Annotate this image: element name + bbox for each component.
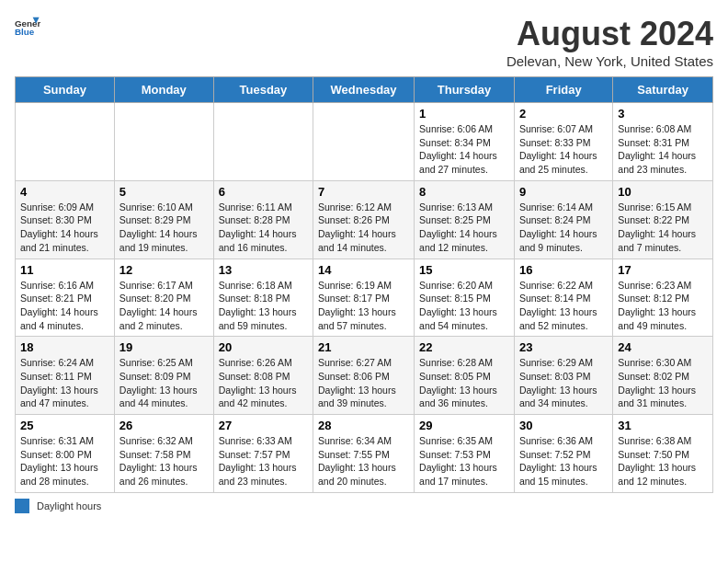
- calendar-cell: 16Sunrise: 6:22 AM Sunset: 8:14 PM Dayli…: [514, 259, 612, 337]
- day-number: 27: [219, 419, 308, 432]
- footer: Daylight hours: [15, 499, 713, 513]
- calendar-cell: 11Sunrise: 6:16 AM Sunset: 8:21 PM Dayli…: [16, 259, 115, 337]
- calendar-cell: 10Sunrise: 6:15 AM Sunset: 8:22 PM Dayli…: [613, 180, 713, 259]
- day-number: 12: [119, 263, 209, 277]
- day-number: 21: [318, 340, 409, 354]
- day-info: Sunrise: 6:19 AM Sunset: 8:17 PM Dayligh…: [318, 279, 409, 333]
- day-number: 4: [20, 185, 109, 199]
- header: General Blue August 2024 Delevan, New Yo…: [15, 15, 713, 69]
- day-info: Sunrise: 6:09 AM Sunset: 8:30 PM Dayligh…: [20, 201, 109, 255]
- calendar-cell: [213, 103, 313, 181]
- day-info: Sunrise: 6:31 AM Sunset: 8:00 PM Dayligh…: [20, 434, 109, 488]
- calendar-cell: 30Sunrise: 6:36 AM Sunset: 7:52 PM Dayli…: [514, 415, 612, 493]
- day-info: Sunrise: 6:35 AM Sunset: 7:53 PM Dayligh…: [419, 434, 509, 488]
- logo: General Blue: [15, 15, 40, 40]
- day-info: Sunrise: 6:32 AM Sunset: 7:58 PM Dayligh…: [119, 434, 209, 488]
- week-row-1: 1Sunrise: 6:06 AM Sunset: 8:34 PM Daylig…: [16, 103, 713, 181]
- calendar-cell: 7Sunrise: 6:12 AM Sunset: 8:26 PM Daylig…: [313, 180, 415, 259]
- day-number: 9: [519, 185, 608, 199]
- day-number: 14: [318, 263, 409, 277]
- day-info: Sunrise: 6:17 AM Sunset: 8:20 PM Dayligh…: [119, 279, 209, 333]
- day-info: Sunrise: 6:25 AM Sunset: 8:09 PM Dayligh…: [119, 356, 209, 410]
- day-info: Sunrise: 6:29 AM Sunset: 8:03 PM Dayligh…: [519, 356, 608, 410]
- calendar-cell: 3Sunrise: 6:08 AM Sunset: 8:31 PM Daylig…: [613, 103, 713, 181]
- day-info: Sunrise: 6:11 AM Sunset: 8:28 PM Dayligh…: [219, 201, 308, 255]
- calendar-cell: 20Sunrise: 6:26 AM Sunset: 8:08 PM Dayli…: [213, 337, 313, 415]
- calendar-cell: 9Sunrise: 6:14 AM Sunset: 8:24 PM Daylig…: [514, 180, 612, 259]
- day-info: Sunrise: 6:23 AM Sunset: 8:12 PM Dayligh…: [618, 279, 708, 333]
- weekday-monday: Monday: [114, 77, 213, 103]
- day-number: 17: [618, 263, 708, 277]
- calendar-cell: 14Sunrise: 6:19 AM Sunset: 8:17 PM Dayli…: [313, 259, 415, 337]
- day-number: 11: [20, 263, 109, 277]
- calendar-cell: 12Sunrise: 6:17 AM Sunset: 8:20 PM Dayli…: [114, 259, 213, 337]
- day-number: 1: [419, 107, 509, 121]
- day-info: Sunrise: 6:22 AM Sunset: 8:14 PM Dayligh…: [519, 279, 608, 333]
- day-number: 5: [119, 185, 209, 199]
- week-row-4: 18Sunrise: 6:24 AM Sunset: 8:11 PM Dayli…: [16, 337, 713, 415]
- footer-label: Daylight hours: [37, 500, 101, 511]
- week-row-5: 25Sunrise: 6:31 AM Sunset: 8:00 PM Dayli…: [16, 415, 713, 493]
- day-info: Sunrise: 6:13 AM Sunset: 8:25 PM Dayligh…: [419, 201, 509, 255]
- title-section: August 2024 Delevan, New York, United St…: [506, 15, 713, 69]
- calendar-cell: 26Sunrise: 6:32 AM Sunset: 7:58 PM Dayli…: [114, 415, 213, 493]
- calendar-cell: 18Sunrise: 6:24 AM Sunset: 8:11 PM Dayli…: [16, 337, 115, 415]
- day-info: Sunrise: 6:16 AM Sunset: 8:21 PM Dayligh…: [20, 279, 109, 333]
- day-info: Sunrise: 6:10 AM Sunset: 8:29 PM Dayligh…: [119, 201, 209, 255]
- calendar-cell: 2Sunrise: 6:07 AM Sunset: 8:33 PM Daylig…: [514, 103, 612, 181]
- calendar-cell: 13Sunrise: 6:18 AM Sunset: 8:18 PM Dayli…: [213, 259, 313, 337]
- calendar-cell: [16, 103, 115, 181]
- day-info: Sunrise: 6:26 AM Sunset: 8:08 PM Dayligh…: [219, 356, 308, 410]
- day-info: Sunrise: 6:28 AM Sunset: 8:05 PM Dayligh…: [419, 356, 509, 410]
- day-number: 25: [20, 419, 109, 432]
- calendar-cell: 6Sunrise: 6:11 AM Sunset: 8:28 PM Daylig…: [213, 180, 313, 259]
- weekday-header-row: SundayMondayTuesdayWednesdayThursdayFrid…: [16, 77, 713, 103]
- day-info: Sunrise: 6:30 AM Sunset: 8:02 PM Dayligh…: [618, 356, 708, 410]
- week-row-2: 4Sunrise: 6:09 AM Sunset: 8:30 PM Daylig…: [16, 180, 713, 259]
- footer-box: [15, 499, 29, 513]
- day-info: Sunrise: 6:36 AM Sunset: 7:52 PM Dayligh…: [519, 434, 608, 488]
- day-info: Sunrise: 6:33 AM Sunset: 7:57 PM Dayligh…: [219, 434, 308, 488]
- day-number: 2: [519, 107, 608, 121]
- weekday-saturday: Saturday: [613, 77, 713, 103]
- day-info: Sunrise: 6:38 AM Sunset: 7:50 PM Dayligh…: [618, 434, 708, 488]
- day-number: 10: [618, 185, 708, 199]
- main-title: August 2024: [506, 15, 713, 53]
- calendar-cell: 31Sunrise: 6:38 AM Sunset: 7:50 PM Dayli…: [613, 415, 713, 493]
- calendar-cell: 22Sunrise: 6:28 AM Sunset: 8:05 PM Dayli…: [415, 337, 515, 415]
- weekday-thursday: Thursday: [415, 77, 515, 103]
- weekday-friday: Friday: [514, 77, 612, 103]
- logo-icon: General Blue: [15, 15, 40, 40]
- day-info: Sunrise: 6:18 AM Sunset: 8:18 PM Dayligh…: [219, 279, 308, 333]
- calendar-cell: 19Sunrise: 6:25 AM Sunset: 8:09 PM Dayli…: [114, 337, 213, 415]
- day-number: 18: [20, 340, 109, 354]
- calendar-cell: 5Sunrise: 6:10 AM Sunset: 8:29 PM Daylig…: [114, 180, 213, 259]
- day-number: 24: [618, 340, 708, 354]
- day-number: 28: [318, 419, 409, 432]
- svg-text:Blue: Blue: [15, 27, 35, 37]
- weekday-tuesday: Tuesday: [213, 77, 313, 103]
- calendar-cell: 25Sunrise: 6:31 AM Sunset: 8:00 PM Dayli…: [16, 415, 115, 493]
- calendar-cell: 15Sunrise: 6:20 AM Sunset: 8:15 PM Dayli…: [415, 259, 515, 337]
- day-number: 7: [318, 185, 409, 199]
- day-info: Sunrise: 6:08 AM Sunset: 8:31 PM Dayligh…: [618, 122, 708, 177]
- calendar-cell: 23Sunrise: 6:29 AM Sunset: 8:03 PM Dayli…: [514, 337, 612, 415]
- calendar-cell: 17Sunrise: 6:23 AM Sunset: 8:12 PM Dayli…: [613, 259, 713, 337]
- day-number: 8: [419, 185, 509, 199]
- calendar-cell: 27Sunrise: 6:33 AM Sunset: 7:57 PM Dayli…: [213, 415, 313, 493]
- day-info: Sunrise: 6:24 AM Sunset: 8:11 PM Dayligh…: [20, 356, 109, 410]
- calendar-cell: 29Sunrise: 6:35 AM Sunset: 7:53 PM Dayli…: [415, 415, 515, 493]
- day-number: 29: [419, 419, 509, 432]
- day-info: Sunrise: 6:07 AM Sunset: 8:33 PM Dayligh…: [519, 122, 608, 177]
- day-number: 3: [618, 107, 708, 121]
- calendar-cell: 28Sunrise: 6:34 AM Sunset: 7:55 PM Dayli…: [313, 415, 415, 493]
- day-info: Sunrise: 6:27 AM Sunset: 8:06 PM Dayligh…: [318, 356, 409, 410]
- day-number: 31: [618, 419, 708, 432]
- day-info: Sunrise: 6:12 AM Sunset: 8:26 PM Dayligh…: [318, 201, 409, 255]
- calendar-cell: 4Sunrise: 6:09 AM Sunset: 8:30 PM Daylig…: [16, 180, 115, 259]
- calendar-cell: 24Sunrise: 6:30 AM Sunset: 8:02 PM Dayli…: [613, 337, 713, 415]
- day-number: 16: [519, 263, 608, 277]
- week-row-3: 11Sunrise: 6:16 AM Sunset: 8:21 PM Dayli…: [16, 259, 713, 337]
- calendar-cell: [114, 103, 213, 181]
- day-number: 22: [419, 340, 509, 354]
